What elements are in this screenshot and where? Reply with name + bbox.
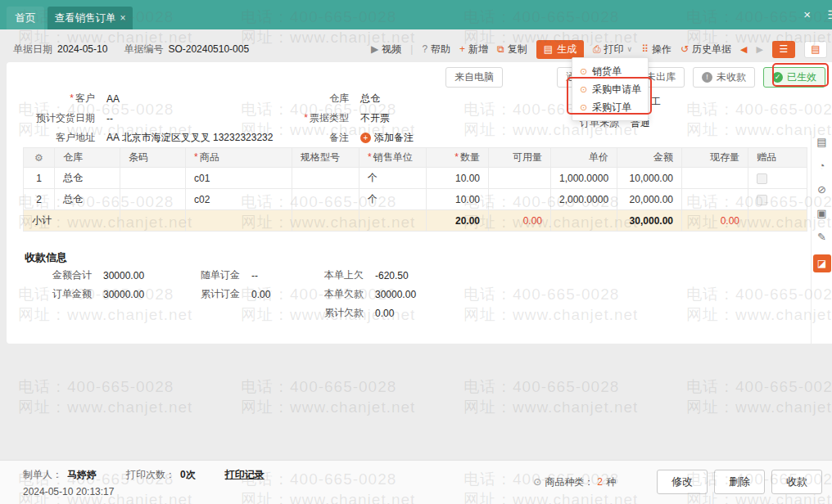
effective-status-badge: ✓ 已生效 (763, 67, 825, 88)
print-log-link[interactable]: 打印记录 (225, 468, 265, 482)
watermark-phone: 电话：400-665-0028 (241, 376, 396, 398)
gift-checkbox[interactable] (757, 195, 767, 205)
side-panel-icon[interactable]: ▣ (816, 207, 826, 219)
creator-name: 马婷婷 (67, 468, 97, 482)
list-view-toggle[interactable]: ☰ (772, 41, 795, 58)
menu-item-purchase-order[interactable]: ⊙ 采购订单 (572, 98, 648, 116)
bar-menu-icon[interactable]: ☷ (827, 8, 832, 21)
generate-button[interactable]: ▤ 生成 (536, 40, 584, 59)
not-received-pill: ! 未收款 (693, 67, 755, 88)
sku-circle-icon: ⊙ (533, 476, 541, 488)
delivery-date-value: -- (106, 113, 113, 124)
col-price: 单价 (551, 148, 617, 168)
col-barcode: 条码 (120, 148, 186, 168)
created-timestamp: 2024-05-10 20:13:17 (23, 486, 114, 497)
side-active-tool-icon[interactable]: ◪ (813, 254, 831, 272)
prev-record-icon[interactable]: ◀ (740, 44, 747, 55)
warehouse-label: 仓库 (277, 92, 349, 106)
table-row: 2 总仓 c02 个 10.00 2,000.0000 20,000.00 (24, 189, 807, 210)
list-view-icon: ☰ (780, 43, 789, 55)
delivery-date-label: 预计交货日期 (23, 111, 95, 125)
tab-home[interactable]: 首页 (7, 7, 44, 29)
col-unit: *销售单位 (359, 148, 427, 168)
copy-icon: ⧉ (497, 43, 504, 55)
generate-menu: ⊙ 销货单 ⊙ 采购申请单 ⊙ 采购订单 (572, 57, 649, 121)
video-button[interactable]: ▶ 视频 (371, 43, 401, 56)
side-clock-icon[interactable]: ◔ (819, 160, 825, 172)
operate-button[interactable]: ⠿ 操作 (641, 43, 671, 56)
tab-view-sales-order[interactable]: 查看销售订单× (47, 7, 133, 29)
help-icon: ? (422, 43, 427, 55)
doc-no-label: 单据编号 (124, 43, 163, 56)
doc-circle-icon: ⊙ (580, 84, 587, 95)
hidden-field-partial-text: 工 (651, 95, 661, 109)
remark-label: 备注 (277, 131, 349, 145)
side-block-icon[interactable]: ⊘ (817, 183, 826, 196)
customer-address-field: 客户地址 AA 北京市海淀区叉叉叉 13232323232 (23, 131, 273, 145)
amount-total-field: 金额合计 30000.00 (23, 268, 144, 282)
col-available: 可用量 (489, 148, 551, 168)
current-due-field: 本单欠款 30000.00 (301, 287, 416, 301)
side-doc-icon[interactable]: ▤ (816, 136, 826, 148)
order-detail-card: 来自电脑 通知发货 ! 未出库 ! 未收款 ✓ 已生效 *客户 AA 仓库 总仓… (7, 62, 832, 344)
sku-count-group: ⊙ 商品种类： 2 种 (533, 475, 616, 489)
acc-due-field: 累计欠款 0.00 (301, 306, 394, 320)
next-record-icon[interactable]: ▶ (757, 44, 763, 55)
invoice-type-field: *票据类型 不开票 (277, 111, 390, 125)
menu-item-purchase-request[interactable]: ⊙ 采购申请单 (572, 80, 648, 98)
history-button[interactable]: ↺ 历史单据 (681, 43, 731, 56)
close-icon[interactable]: × (803, 7, 811, 21)
doc-circle-icon: ⊙ (580, 66, 587, 77)
top-bar: 首页 查看销售订单× × ☷ (0, 0, 832, 29)
watermark-phone: 电话：400-665-0028 (18, 376, 174, 398)
add-circle-icon: + (360, 133, 371, 143)
watermark-phone: 电话：400-665-0028 (463, 376, 619, 398)
col-stock: 现存量 (682, 148, 748, 168)
toolbar-divider: | (410, 43, 413, 55)
col-product: *商品 (186, 148, 292, 168)
copy-button[interactable]: ⧉ 复制 (497, 43, 527, 56)
customer-value: AA (106, 93, 120, 105)
order-source-pill: 来自电脑 (445, 67, 503, 88)
warehouse-value: 总仓 (360, 92, 380, 106)
check-circle-icon: ✓ (772, 72, 783, 83)
add-button[interactable]: + 新增 (459, 43, 488, 56)
side-edit-icon[interactable]: ✎ (817, 231, 826, 243)
watermark-site: 网址：www.chanjet.net (18, 397, 192, 418)
print-count-label: 打印次数： (126, 468, 175, 482)
customer-label: 客户 (75, 92, 95, 104)
doc-info: 单据日期 2024-05-10 单据编号 SO-20240510-005 (13, 43, 260, 56)
sku-label: 商品种类： (545, 475, 594, 489)
operate-icon: ⠿ (641, 43, 649, 55)
remark-field: 备注 + 添加备注 (277, 131, 414, 145)
print-icon: ⎙ (593, 43, 601, 55)
sku-count: 2 (597, 476, 603, 488)
edit-button[interactable]: 修改 (657, 470, 708, 494)
column-settings-icon[interactable]: ⚙ (34, 152, 43, 164)
video-icon: ▶ (371, 43, 378, 55)
receive-payment-button[interactable]: 收款 (771, 470, 822, 494)
toolbar: 单据日期 2024-05-10 单据编号 SO-20240510-005 ▶ 视… (13, 39, 827, 59)
order-items-table: ⚙ 仓库 条码 *商品 规格型号 *销售单位 *数量 可用量 单价 金额 现存量… (23, 147, 807, 232)
tab-close-icon[interactable]: × (120, 12, 125, 24)
invoice-type-label: 票据类型 (310, 112, 349, 124)
add-remark-link[interactable]: + 添加备注 (360, 131, 414, 145)
card-view-toggle[interactable]: ▤ (804, 41, 827, 58)
help-button[interactable]: ? 帮助 (422, 43, 450, 56)
table-row: 1 总仓 c01 个 10.00 1,000.0000 10,000.00 (24, 168, 807, 189)
doc-no-value: SO-20240510-005 (168, 43, 249, 55)
menu-item-sales-delivery[interactable]: ⊙ 销货单 (572, 62, 648, 80)
side-tool-strip: ▤ ◔ ⊘ ▣ ✎ ◪ (811, 131, 832, 350)
acc-deposit-field: 累计订金 0.00 (183, 287, 270, 301)
plus-icon: + (459, 43, 465, 55)
generate-icon: ▤ (544, 43, 553, 55)
col-qty: *数量 (427, 148, 489, 168)
delete-button[interactable]: 删除 (714, 470, 765, 494)
warehouse-field: 仓库 总仓 (277, 92, 380, 106)
print-count-value: 0次 (180, 468, 196, 482)
watermark-phone: 电话：400-665-0028 (686, 376, 832, 398)
footer-bar: 制单人： 马婷婷 打印次数： 0次 打印记录 2024-05-10 20:13:… (0, 460, 832, 504)
delivery-date-field: 预计交货日期 -- (23, 111, 113, 125)
print-button[interactable]: ⎙ 打印 ∨ (593, 43, 632, 56)
gift-checkbox[interactable] (757, 173, 767, 184)
